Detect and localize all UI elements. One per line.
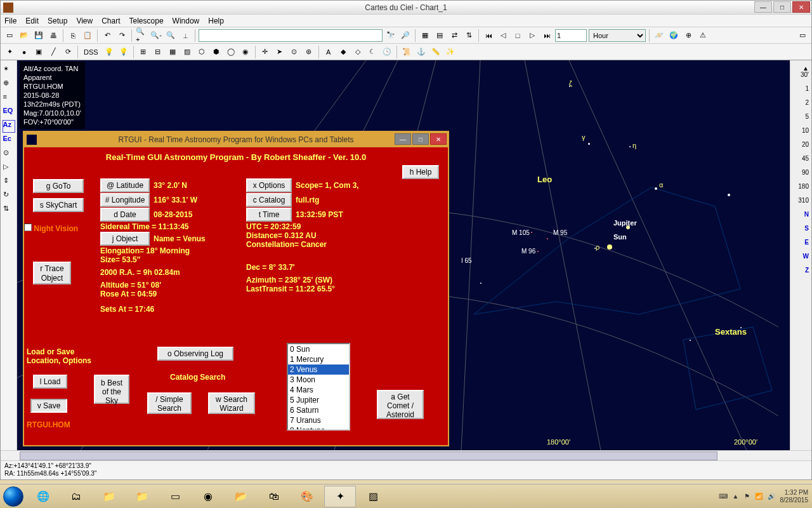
grid3-icon[interactable]: ▦ xyxy=(166,46,179,58)
sparkle-icon[interactable]: ✨ xyxy=(444,46,457,58)
date-button[interactable]: d Date xyxy=(100,208,150,222)
tray-up-icon[interactable]: ▲ xyxy=(733,493,739,500)
nav-next-icon[interactable]: ▷ xyxy=(526,29,539,42)
time-button[interactable]: t Time xyxy=(246,208,292,222)
list-item[interactable]: 3 Moon xyxy=(288,375,349,385)
menu-file[interactable]: File xyxy=(4,17,16,25)
scale-10[interactable]: 10 xyxy=(793,124,809,138)
nav-last-icon[interactable]: ⏭ xyxy=(540,29,553,42)
script-icon[interactable]: 📜 xyxy=(400,46,413,58)
catalog-button[interactable]: c Catalog xyxy=(246,193,292,207)
zoom-icon[interactable]: 🔍 xyxy=(164,29,177,42)
ruler-icon[interactable]: 📏 xyxy=(429,46,442,58)
task-rtgui[interactable]: ▨ xyxy=(357,486,389,507)
latitude-button[interactable]: @ Latitude xyxy=(100,178,150,192)
dec-icon[interactable]: ⊕ xyxy=(3,78,15,91)
task-folder2[interactable]: 📁 xyxy=(126,486,158,507)
night-vision-checkbox[interactable] xyxy=(24,224,32,231)
grid-icon[interactable]: ▦ xyxy=(419,29,431,42)
nav-first-icon[interactable]: ⏮ xyxy=(482,29,495,42)
bulb2-icon[interactable]: 💡 xyxy=(117,46,130,58)
dir-n[interactable]: N xyxy=(793,208,809,222)
start-button[interactable] xyxy=(0,485,27,509)
dir-e[interactable]: E xyxy=(793,236,809,250)
search-input[interactable] xyxy=(199,29,383,42)
grid2-icon[interactable]: ▤ xyxy=(433,29,446,42)
clock-icon[interactable]: 🕓 xyxy=(381,46,393,58)
menu-setup[interactable]: Setup xyxy=(48,17,67,25)
best-button[interactable]: b Best of the Sky xyxy=(94,375,129,404)
task-ie[interactable]: 🌐 xyxy=(27,486,59,507)
network-icon[interactable]: 📶 xyxy=(755,493,763,500)
night-icon[interactable]: ☾ xyxy=(366,46,379,58)
coord-icon[interactable]: ⊞ xyxy=(137,46,150,58)
object-listbox[interactable]: 0 Sun 1 Mercury 2 Venus 3 Moon 4 Mars 5 … xyxy=(287,343,350,431)
list-item[interactable]: 7 Uranus xyxy=(288,415,349,425)
lines-icon[interactable]: ╱ xyxy=(47,46,60,58)
scale-icon[interactable]: ⟂ xyxy=(179,29,192,42)
right-icon[interactable]: ▷ xyxy=(3,162,15,175)
task-folder1[interactable]: 📁 xyxy=(93,486,125,507)
save-icon[interactable]: 💾 xyxy=(32,29,45,42)
stars-icon[interactable]: ✦ xyxy=(3,46,16,58)
mirror-icon[interactable]: ⇄ xyxy=(448,29,461,42)
const-icon[interactable]: ⬡ xyxy=(195,46,208,58)
dss-button[interactable]: DSS xyxy=(81,46,101,58)
find-icon[interactable]: 🔎 xyxy=(399,29,412,42)
paste-icon[interactable]: 📋 xyxy=(81,29,94,42)
task-cdc[interactable]: ✦ xyxy=(324,486,356,507)
galactic2-icon[interactable]: ⊙ xyxy=(3,148,15,161)
search-wizard-button[interactable]: w Search Wizard xyxy=(208,392,255,414)
new-chart-icon[interactable]: ▭ xyxy=(3,29,16,42)
rtgui-close-button[interactable]: ✕ xyxy=(430,133,447,145)
track-icon[interactable]: ⊛ xyxy=(303,46,315,58)
window-icon[interactable]: ▭ xyxy=(796,29,809,42)
volume-icon[interactable]: 🔊 xyxy=(768,493,775,500)
flag-icon[interactable]: ⚑ xyxy=(744,493,750,500)
close-button[interactable]: ✕ xyxy=(792,1,810,13)
nav-stop-icon[interactable]: □ xyxy=(511,29,524,42)
list-item[interactable]: 5 Jupiter xyxy=(288,395,349,405)
task-chrome[interactable]: ◉ xyxy=(192,486,224,507)
observing-log-button[interactable]: o Observing Log xyxy=(157,347,233,361)
scale-310[interactable]: 310 xyxy=(793,194,809,208)
options-button[interactable]: x Options xyxy=(246,178,292,192)
goto-button[interactable]: g GoTo xyxy=(33,179,84,193)
rtgui-minimize-button[interactable]: — xyxy=(395,133,411,145)
task-paint[interactable]: 🎨 xyxy=(291,486,323,507)
refresh-icon[interactable]: ⟳ xyxy=(62,46,74,58)
maximize-button[interactable]: □ xyxy=(773,1,791,13)
galactic-icon[interactable]: ◉ xyxy=(239,46,252,58)
print-icon[interactable]: 🖶 xyxy=(47,29,60,42)
longitude-button[interactable]: # Longitude xyxy=(100,193,150,207)
swap-icon[interactable]: ⇅ xyxy=(3,204,15,217)
planet-icon[interactable]: 🪐 xyxy=(653,29,665,42)
anchor-icon[interactable]: ⚓ xyxy=(415,46,428,58)
scale-90[interactable]: 90 xyxy=(793,166,809,180)
menu-view[interactable]: View xyxy=(76,17,93,25)
open-icon[interactable]: 📂 xyxy=(18,29,30,42)
horizontal-scrollbar[interactable] xyxy=(1,450,811,460)
rotate-icon[interactable]: ↻ xyxy=(3,190,15,203)
image-icon[interactable]: ▣ xyxy=(32,46,45,58)
scale-20[interactable]: 20 xyxy=(793,138,809,152)
scale-180[interactable]: 180 xyxy=(793,180,809,194)
scale-5[interactable]: 5 xyxy=(793,110,809,124)
dir-s[interactable]: S xyxy=(793,222,809,236)
scale-2[interactable]: 2 xyxy=(793,96,809,110)
scale-1[interactable]: 1 xyxy=(793,82,809,96)
bulb-icon[interactable]: 💡 xyxy=(103,46,115,58)
dir-w[interactable]: W xyxy=(793,250,809,264)
less-icon[interactable]: ◇ xyxy=(351,46,364,58)
step-input[interactable] xyxy=(555,29,587,42)
coord2-icon[interactable]: ⊟ xyxy=(152,46,164,58)
grid4-icon[interactable]: ▨ xyxy=(181,46,193,58)
task-files[interactable]: 📂 xyxy=(225,486,257,507)
minimize-button[interactable]: — xyxy=(754,1,772,13)
menu-edit[interactable]: Edit xyxy=(25,17,39,25)
keyboard-icon[interactable]: ⌨ xyxy=(719,493,728,500)
list-item[interactable]: 8 Neptune xyxy=(288,425,349,431)
load-button[interactable]: l Load xyxy=(33,375,67,389)
updown-icon[interactable]: ⇕ xyxy=(3,176,15,189)
earth-icon[interactable]: 🌍 xyxy=(667,29,680,42)
